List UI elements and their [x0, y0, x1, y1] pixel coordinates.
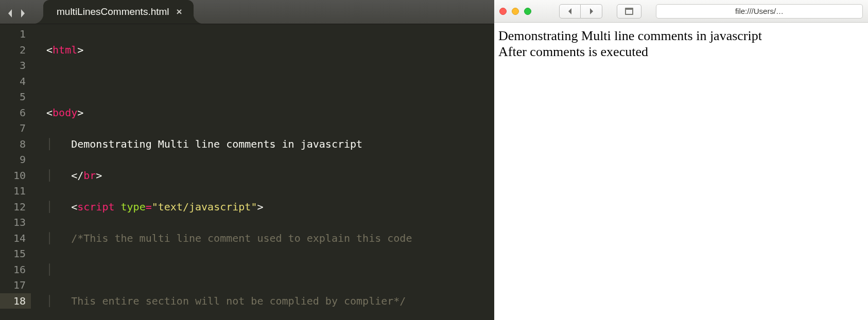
browser-back-button[interactable] — [559, 4, 581, 19]
sidebsidebar-toggle-button[interactable] — [617, 4, 641, 19]
minimize-window-icon[interactable] — [512, 8, 519, 15]
nav-back-icon[interactable] — [4, 6, 16, 21]
file-tab[interactable]: multiLinesComments.html × — [43, 0, 194, 24]
page-text-line2: After comments is executed — [498, 44, 864, 60]
code-area[interactable]: 1234 5678 9101112 13141516 1718 <html> <… — [0, 24, 494, 320]
tab-bar: multiLinesComments.html × — [0, 0, 494, 24]
window-traffic-lights — [499, 8, 531, 15]
file-tab-title: multiLinesComments.html — [57, 6, 169, 17]
page-text-line1: Demonstrating Multi line comments in jav… — [498, 28, 864, 44]
url-bar[interactable]: file:///Users/… — [656, 4, 863, 19]
zoom-window-icon[interactable] — [524, 8, 531, 15]
rendered-page: Demonstrating Multi line comments in jav… — [494, 23, 868, 320]
panel-icon — [625, 8, 633, 15]
browser-toolbar: file:///Users/… — [494, 0, 868, 23]
editor-nav-arrows — [4, 6, 29, 21]
code-content[interactable]: <html> <body> │ Demonstrating Multi line… — [31, 24, 494, 320]
close-window-icon[interactable] — [499, 8, 507, 15]
line-number-gutter: 1234 5678 9101112 13141516 1718 — [0, 24, 31, 320]
browser-forward-button[interactable] — [581, 4, 602, 19]
url-text: file:///Users/… — [735, 7, 784, 15]
nav-segmented-buttons — [559, 4, 602, 19]
code-editor-pane: multiLinesComments.html × 1234 5678 9101… — [0, 0, 494, 320]
nav-forward-icon[interactable] — [16, 6, 29, 21]
browser-pane: file:///Users/… Demonstrating Multi line… — [494, 0, 868, 320]
close-icon[interactable]: × — [177, 6, 182, 17]
